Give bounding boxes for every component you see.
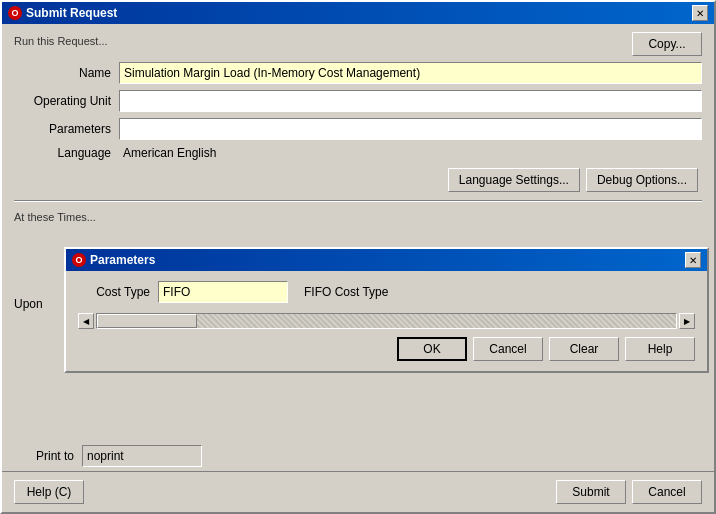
params-window-icon: O [72,253,86,267]
window-title: Submit Request [26,6,117,20]
help-button-params[interactable]: Help [625,337,695,361]
buttons-row-1: Language Settings... Debug Options... [14,168,702,192]
parameters-input[interactable] [119,118,702,140]
parameters-window: O Parameters ✕ Cost Type FIFO Cost Type … [64,247,709,373]
section1-label: Run this Request... [14,35,108,47]
debug-options-button[interactable]: Debug Options... [586,168,698,192]
name-row: Name [14,62,702,84]
params-close-button[interactable]: ✕ [685,252,701,268]
title-bar-left: O Submit Request [8,6,117,20]
operating-unit-label: Operating Unit [14,94,119,108]
name-input[interactable] [119,62,702,84]
params-title-bar: O Parameters ✕ [66,249,707,271]
scroll-right-arrow[interactable]: ▶ [679,313,695,329]
operating-unit-row: Operating Unit [14,90,702,112]
clear-button[interactable]: Clear [549,337,619,361]
print-row: Print to [2,441,714,471]
scrollbar-thumb[interactable] [97,314,197,328]
cancel-button-params[interactable]: Cancel [473,337,543,361]
print-label: Print to [14,449,74,463]
language-value: American English [119,146,216,160]
params-title-left: O Parameters [72,253,155,267]
window-content: Run this Request... Copy... Name Operati… [2,24,714,232]
scrollbar-track [97,314,676,328]
title-bar: O Submit Request ✕ [2,2,714,24]
cancel-main-button[interactable]: Cancel [632,480,702,504]
upon-label: Upon [14,297,43,311]
ok-button[interactable]: OK [397,337,467,361]
scrollbar-row: ◀ ▶ [78,313,695,329]
main-window: O Submit Request ✕ Run this Request... C… [0,0,716,514]
copy-button[interactable]: Copy... [632,32,702,56]
scroll-left-arrow[interactable]: ◀ [78,313,94,329]
language-label: Language [14,146,119,160]
cost-type-desc: FIFO Cost Type [304,285,388,299]
params-content: Cost Type FIFO Cost Type ◀ ▶ OK Cancel C… [66,271,707,371]
parameters-row: Parameters [14,118,702,140]
section2-label: At these Times... [14,211,96,223]
name-label: Name [14,66,119,80]
bottom-right-buttons: Submit Cancel [556,480,702,504]
parameters-label: Parameters [14,122,119,136]
scrollbar-track-container [96,313,677,329]
print-input[interactable] [82,445,202,467]
params-window-title: Parameters [90,253,155,267]
params-button-row: OK Cancel Clear Help [78,337,695,361]
window-icon: O [8,6,22,20]
cost-type-input[interactable] [158,281,288,303]
bottom-left-buttons: Help (C) [14,480,84,504]
cost-type-row: Cost Type FIFO Cost Type [78,281,695,303]
bottom-section: Print to Help (C) Submit Cancel [2,441,714,512]
bottom-buttons: Help (C) Submit Cancel [2,471,714,512]
operating-unit-input[interactable] [119,90,702,112]
help-main-button[interactable]: Help (C) [14,480,84,504]
divider [14,200,702,202]
language-settings-button[interactable]: Language Settings... [448,168,580,192]
close-button[interactable]: ✕ [692,5,708,21]
submit-button[interactable]: Submit [556,480,626,504]
language-row: Language American English [14,146,702,160]
cost-type-label: Cost Type [78,285,158,299]
